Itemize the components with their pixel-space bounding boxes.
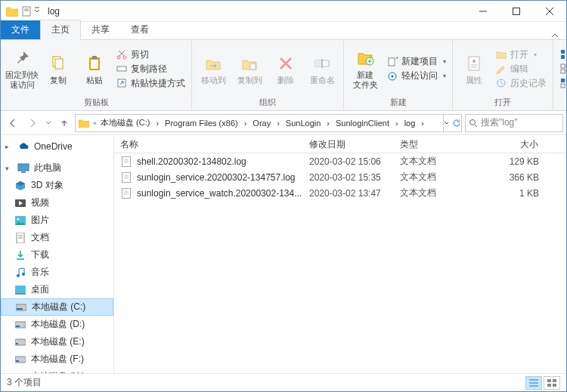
recent-button[interactable] (43, 114, 54, 132)
tab-share[interactable]: 共享 (81, 20, 120, 39)
close-button[interactable] (533, 1, 566, 22)
select-none-icon (559, 63, 567, 75)
copy-to-button[interactable]: 复制到 (231, 42, 268, 96)
nav-drive-c[interactable]: 本地磁盘 (C:) (1, 298, 113, 316)
copyto-icon (239, 53, 260, 74)
navigation-pane[interactable]: ▸OneDrive ▾此电脑 3D 对象 视频 图片 文档 下载 音乐 桌面 本… (1, 135, 114, 373)
tab-view[interactable]: 查看 (120, 20, 160, 39)
nav-downloads[interactable]: 下载 (1, 246, 113, 264)
nav-this-pc[interactable]: ▾此电脑 (1, 159, 113, 177)
paste-shortcut-button[interactable]: 粘贴快捷方式 (116, 77, 185, 90)
nav-3d-objects[interactable]: 3D 对象 (1, 177, 113, 194)
svg-rect-9 (55, 59, 63, 69)
forward-button[interactable] (23, 114, 42, 132)
file-type: 文本文档 (394, 187, 469, 199)
select-none-button[interactable]: 全部取消 (559, 63, 567, 76)
copy-path-button[interactable]: 复制路径 (116, 63, 185, 76)
group-clipboard-label: 剪贴板 (4, 96, 188, 109)
open-icon (495, 48, 507, 60)
breadcrumb-segment[interactable]: log› (401, 117, 427, 128)
new-folder-button[interactable]: 新建 文件夹 (347, 42, 383, 96)
svg-line-50 (475, 125, 477, 127)
search-input[interactable]: 搜索"log" (465, 114, 563, 132)
desktop-icon (14, 284, 26, 296)
svg-rect-92 (553, 384, 556, 387)
maximize-button[interactable] (500, 1, 533, 22)
col-name[interactable]: 名称 (114, 135, 303, 153)
breadcrumb-segment[interactable]: SunloginClient› (333, 117, 401, 128)
file-row[interactable]: sunlogin_service_watch.20200302-134...20… (114, 185, 566, 201)
qat-dropdown-icon[interactable] (34, 6, 40, 17)
up-button[interactable] (55, 114, 73, 132)
file-row[interactable]: shell.20200302-134802.log2020-03-02 15:0… (114, 153, 566, 169)
file-icon (120, 156, 132, 168)
col-size[interactable]: 大小 (469, 135, 545, 153)
view-large-button[interactable] (544, 376, 560, 390)
file-date: 2020-03-02 15:35 (303, 172, 394, 183)
refresh-button[interactable] (443, 115, 460, 131)
nav-drive-d[interactable]: 本地磁盘 (D:) (1, 316, 113, 333)
file-list[interactable]: shell.20200302-134802.log2020-03-02 15:0… (114, 153, 566, 373)
nav-drive-e[interactable]: 本地磁盘 (E:) (1, 333, 113, 350)
nav-videos[interactable]: 视频 (1, 194, 113, 211)
qat-properties-icon[interactable] (22, 6, 33, 17)
drive-icon (15, 301, 27, 313)
nav-drive-g[interactable]: 本地磁盘 (H:) (1, 368, 113, 373)
open-button[interactable]: 打开▾ (495, 48, 547, 61)
chevron-left-icon[interactable]: « (92, 119, 98, 127)
file-name: sunlogin_service_watch.20200302-134... (137, 188, 303, 199)
col-type[interactable]: 类型 (394, 135, 469, 153)
nav-drive-f[interactable]: 本地磁盘 (F:) (1, 350, 113, 368)
file-size: 366 KB (469, 172, 545, 183)
new-item-button[interactable]: ✦新建项目▾ (386, 55, 446, 68)
move-to-button[interactable]: 移动到 (195, 42, 231, 96)
svg-rect-63 (15, 293, 26, 295)
svg-rect-65 (17, 308, 23, 310)
easy-access-button[interactable]: 轻松访问▾ (386, 69, 446, 82)
nav-documents[interactable]: 文档 (1, 229, 113, 246)
properties-button[interactable]: 属性 (456, 42, 492, 96)
tab-home[interactable]: 主页 (40, 20, 81, 40)
file-icon (120, 171, 132, 184)
search-icon (469, 119, 478, 128)
ribbon-tabs: 文件 主页 共享 查看 (1, 22, 566, 40)
svg-rect-0 (23, 7, 30, 16)
back-button[interactable] (4, 114, 22, 132)
nav-pictures[interactable]: 图片 (1, 211, 113, 229)
svg-rect-69 (16, 343, 18, 344)
select-all-button[interactable]: 全部选择 (559, 48, 567, 61)
rename-button[interactable]: 重命名 (304, 42, 340, 96)
svg-rect-67 (16, 326, 20, 327)
edit-button[interactable]: 编辑 (495, 63, 547, 76)
file-row[interactable]: sunlogin_service.20200302-134757.log2020… (114, 169, 566, 185)
svg-rect-52 (21, 171, 26, 173)
file-icon (120, 187, 132, 199)
collapse-ribbon-button[interactable] (544, 32, 566, 39)
breadcrumb-segment[interactable]: Program Files (x86)› (162, 117, 249, 128)
nav-music[interactable]: 音乐 (1, 264, 113, 281)
history-button[interactable]: 历史记录 (495, 77, 547, 90)
svg-rect-5 (513, 8, 520, 14)
view-details-button[interactable] (525, 376, 542, 390)
nav-desktop[interactable]: 桌面 (1, 281, 113, 298)
tab-file[interactable]: 文件 (1, 20, 40, 39)
invert-selection-button[interactable]: 反向选择 (559, 77, 567, 90)
ribbon: 固定到快 速访问 复制 粘贴 剪切 复制路径 粘贴快捷方式 剪贴板 移动到 复制… (1, 40, 566, 111)
delete-button[interactable]: 删除 (268, 42, 304, 96)
paste-button[interactable]: 粘贴 (76, 42, 113, 96)
breadcrumb[interactable]: « 本地磁盘 (C:)›Program Files (x86)›Oray›Sun… (75, 114, 462, 132)
breadcrumb-segment[interactable]: Oray› (249, 117, 283, 128)
download-icon (14, 249, 26, 261)
breadcrumb-segment[interactable]: SunLogin› (283, 117, 333, 128)
cut-button[interactable]: 剪切 (116, 48, 185, 61)
svg-rect-39 (561, 55, 565, 59)
copy-button[interactable]: 复制 (40, 42, 76, 96)
nav-onedrive[interactable]: ▸OneDrive (1, 138, 113, 155)
col-date[interactable]: 修改日期 (303, 135, 394, 153)
svg-point-60 (17, 274, 20, 277)
breadcrumb-segment[interactable]: 本地磁盘 (C:)› (98, 117, 162, 128)
pin-to-quick-access-button[interactable]: 固定到快 速访问 (4, 42, 40, 96)
svg-point-55 (17, 218, 20, 220)
minimize-button[interactable] (466, 1, 500, 22)
svg-point-61 (22, 273, 25, 276)
